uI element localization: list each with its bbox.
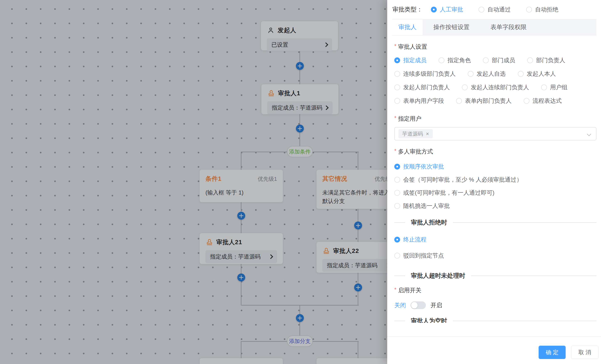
radio-circle	[394, 177, 400, 183]
approver-type-row2: 连续多级部门负责人 发起人自选 发起人本人	[394, 70, 596, 78]
radio-countersign[interactable]: 会签（可同时审批，至少 % 人必须审批通过）	[394, 176, 522, 184]
toggle-knob	[411, 302, 418, 308]
divider-line	[394, 222, 405, 223]
radio-circle	[394, 164, 400, 170]
approver-type-row3: 发起人部门负责人 发起人连续部门负责人 用户组	[394, 84, 596, 91]
tab-label: 表单字段权限	[490, 23, 527, 31]
radio-circle	[527, 57, 533, 63]
reject-option: 驳回到指定节点	[394, 252, 596, 259]
radio-circle	[541, 84, 547, 90]
radio-label: 发起人部门负责人	[403, 83, 450, 91]
radio-initiator-multi-dept-leader[interactable]: 发起人连续部门负责人	[462, 83, 529, 91]
settings-scroll-area[interactable]: * 审批人设置 指定成员 指定角色 部门成员 部门负责人 连续多级部门负责人 发…	[394, 36, 596, 323]
label-text: 启用开关	[398, 286, 421, 294]
radio-label: 发起人自选	[477, 70, 506, 78]
empty-approver-divider: 审批人为空时	[394, 317, 596, 323]
radio-assign-role[interactable]: 指定角色	[439, 56, 471, 64]
radio-auto-reject[interactable]: 自动拒绝	[526, 6, 558, 13]
divider-line	[394, 276, 405, 276]
radio-random-one[interactable]: 随机挑选一人审批	[394, 202, 450, 210]
radio-initiator-select[interactable]: 发起人自选	[468, 70, 506, 78]
divider-line	[453, 222, 596, 223]
radio-circle	[483, 57, 489, 63]
radio-circle	[394, 57, 400, 63]
switch-off-label: 关闭	[394, 301, 406, 309]
radio-circle	[456, 98, 462, 104]
assigned-user-label: * 指定用户	[394, 115, 596, 122]
radio-label: 指定角色	[448, 56, 471, 64]
radio-initiator-self[interactable]: 发起人本人	[518, 70, 556, 78]
approver-settings-panel: 审批类型： 人工审批 自动通过 自动拒绝 审批人 操作按钮设置 表单字段权限 *…	[387, 0, 601, 364]
radio-or-sign[interactable]: 或签(可同时审批，有一人通过即可)	[394, 189, 494, 197]
radio-label: 或签(可同时审批，有一人通过即可)	[403, 189, 494, 197]
tab-approver[interactable]: 审批人	[392, 19, 423, 35]
radio-user-group[interactable]: 用户组	[541, 83, 568, 91]
radio-label: 自动拒绝	[535, 6, 558, 13]
radio-circle	[394, 71, 400, 77]
label-text: 多人审批方式	[398, 148, 433, 156]
required-asterisk: *	[394, 286, 396, 293]
divider-line	[471, 276, 596, 276]
radio-circle	[524, 98, 530, 104]
radio-circle	[462, 84, 468, 90]
radio-label: 驳回到指定节点	[403, 252, 444, 260]
radio-circle	[394, 190, 400, 196]
confirm-button[interactable]: 确 定	[539, 346, 566, 359]
reject-section-divider: 审批人拒绝时	[394, 219, 596, 226]
tab-label: 审批人	[399, 23, 417, 31]
radio-label: 会签（可同时审批，至少 % 人必须审批通过）	[403, 176, 522, 184]
radio-auto-approve[interactable]: 自动通过	[479, 6, 511, 13]
tab-button-settings[interactable]: 操作按钮设置	[423, 19, 480, 35]
radio-dept-leader[interactable]: 部门负责人	[527, 56, 565, 64]
radio-circle	[439, 57, 444, 63]
radio-terminate-flow[interactable]: 终止流程	[394, 236, 427, 243]
radio-initiator-dept-leader[interactable]: 发起人部门负责人	[394, 83, 450, 91]
tab-form-field-permission[interactable]: 表单字段权限	[480, 19, 537, 35]
radio-form-user-field[interactable]: 表单内用户字段	[394, 97, 444, 105]
chevron-down-icon	[587, 132, 591, 136]
multi-mode-option: 或签(可同时审批，有一人通过即可)	[394, 189, 596, 197]
approver-setting-label: * 审批人设置	[394, 43, 596, 51]
radio-sequential-approval[interactable]: 按顺序依次审批	[394, 163, 444, 171]
radio-label: 发起人本人	[527, 70, 556, 78]
multi-approve-label: * 多人审批方式	[394, 148, 596, 155]
timeout-section-divider: 审批人超时未处理时	[394, 272, 596, 280]
required-asterisk: *	[394, 115, 396, 121]
cancel-button[interactable]: 取 消	[571, 346, 599, 359]
switch-on-label: 开启	[431, 301, 442, 309]
radio-label: 自动通过	[487, 6, 511, 13]
divider-line	[453, 321, 596, 321]
enable-switch-label: * 启用开关	[394, 287, 596, 294]
tag-close-icon[interactable]: ×	[426, 131, 429, 136]
radio-form-dept-leader[interactable]: 表单内部门负责人	[456, 97, 511, 105]
radio-multi-level-dept-leader[interactable]: 连续多级部门负责人	[394, 70, 456, 78]
radio-return-to-node[interactable]: 驳回到指定节点	[394, 252, 444, 260]
modal-mask[interactable]	[0, 0, 387, 364]
radio-manual-approval[interactable]: 人工审批	[431, 6, 463, 13]
required-asterisk: *	[394, 43, 396, 49]
radio-label: 表单内部门负责人	[465, 97, 511, 105]
radio-circle	[394, 237, 400, 243]
reject-option: 终止流程	[394, 236, 596, 243]
radio-label: 部门负责人	[536, 56, 565, 64]
radio-label: 指定成员	[403, 56, 427, 64]
user-tag-text: 芋道源码	[402, 131, 423, 137]
radio-assign-member[interactable]: 指定成员	[394, 56, 427, 64]
radio-label: 终止流程	[403, 236, 427, 243]
divider-title: 审批人为空时	[411, 317, 447, 323]
label-text: 审批人设置	[398, 43, 427, 51]
radio-label: 发起人连续部门负责人	[471, 83, 529, 91]
radio-circle	[394, 253, 400, 259]
radio-circle	[394, 203, 400, 209]
radio-flow-expression[interactable]: 流程表达式	[524, 97, 562, 105]
assigned-user-select[interactable]: 芋道源码 ×	[394, 127, 596, 140]
divider-line	[394, 321, 405, 321]
radio-label: 部门成员	[492, 56, 515, 64]
enable-switch-row: 关闭 开启	[394, 301, 596, 309]
approval-type-label: 审批类型：	[392, 5, 422, 14]
radio-dept-member[interactable]: 部门成员	[483, 56, 515, 64]
approval-type-row: 审批类型： 人工审批 自动通过 自动拒绝	[387, 0, 601, 19]
radio-label: 用户组	[550, 83, 568, 91]
radio-label: 连续多级部门负责人	[403, 70, 456, 78]
enable-toggle[interactable]	[411, 301, 426, 309]
